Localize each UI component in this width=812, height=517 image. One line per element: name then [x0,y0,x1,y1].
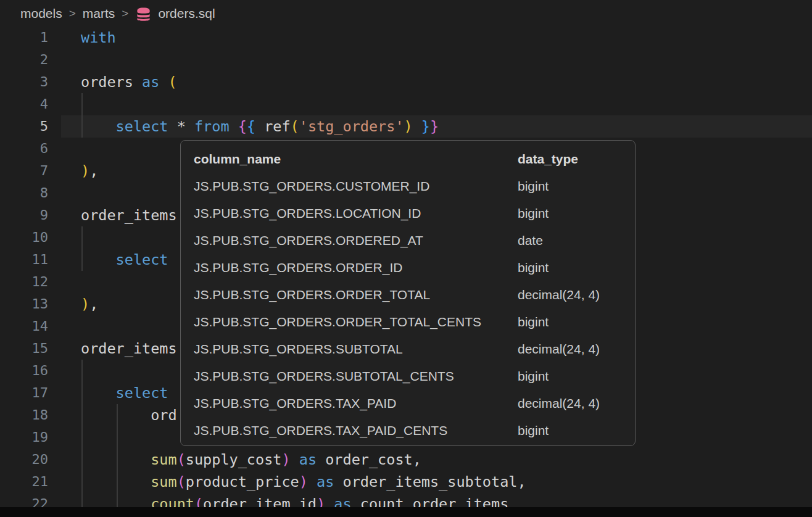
code-line-3[interactable]: 3orders as ( [0,71,812,93]
code-text: ), [81,160,98,182]
code-text: select * from {{ ref('stg_orders') }} [81,115,439,138]
line-number: 14 [0,315,48,337]
code-text: with [81,27,116,49]
popup-row: JS.PUB.STG_ORDERS.ORDER_IDbigint [181,254,635,281]
database-icon [135,6,152,22]
line-number: 10 [0,226,48,249]
code-text: ord [81,404,177,426]
popup-header-row: column_name data_type [181,146,635,173]
popup-cell-column-name: JS.PUB.STG_ORDERS.ORDER_TOTAL [194,287,518,302]
popup-cell-column-name: JS.PUB.STG_ORDERS.LOCATION_ID [194,206,518,221]
line-number: 2 [0,49,48,71]
popup-row: JS.PUB.STG_ORDERS.ORDER_TOTALdecimal(24,… [181,281,635,308]
popup-cell-data-type: decimal(24, 4) [518,287,600,302]
line-number: 16 [0,360,48,382]
code-text: ), [81,293,98,315]
popup-cell-data-type: bigint [518,369,549,384]
code-text: orders as ( [81,71,177,93]
line-number: 5 [0,115,48,138]
breadcrumb: models > marts > orders.sql [0,0,812,27]
code-line-4[interactable]: 4 [0,93,812,115]
popup-rows: JS.PUB.STG_ORDERS.CUSTOMER_IDbigintJS.PU… [181,173,635,444]
line-number: 7 [0,160,48,182]
code-text: select [81,382,168,404]
popup-row: JS.PUB.STG_ORDERS.CUSTOMER_IDbigint [181,173,635,200]
line-number: 18 [0,404,48,426]
popup-cell-data-type: bigint [518,206,549,221]
line-number: 3 [0,71,48,93]
code-line-2[interactable]: 2 [0,49,812,71]
popup-row: JS.PUB.STG_ORDERS.LOCATION_IDbigint [181,200,635,227]
popup-row: JS.PUB.STG_ORDERS.ORDERED_ATdate [181,227,635,254]
line-number: 8 [0,182,48,204]
popup-cell-data-type: bigint [518,260,549,275]
popup-cell-column-name: JS.PUB.STG_ORDERS.SUBTOTAL_CENTS [194,369,518,384]
line-number: 15 [0,337,48,360]
line-number: 9 [0,204,48,226]
popup-cell-column-name: JS.PUB.STG_ORDERS.TAX_PAID_CENTS [194,423,518,438]
line-number: 4 [0,93,48,115]
code-text: select [81,249,168,271]
line-number: 11 [0,249,48,271]
line-number: 20 [0,449,48,471]
chevron-right-icon: > [69,7,76,20]
popup-cell-column-name: JS.PUB.STG_ORDERS.ORDERED_AT [194,233,518,248]
panel-edge [0,507,812,517]
popup-cell-column-name: JS.PUB.STG_ORDERS.CUSTOMER_ID [194,179,518,194]
popup-row: JS.PUB.STG_ORDERS.TAX_PAID_CENTSbigint [181,417,635,444]
line-number: 19 [0,426,48,449]
popup-header-column-name: column_name [194,152,518,167]
popup-cell-column-name: JS.PUB.STG_ORDERS.ORDER_ID [194,260,518,275]
line-number: 13 [0,293,48,315]
popup-cell-data-type: decimal(24, 4) [518,342,600,357]
popup-cell-data-type: bigint [518,179,549,194]
line-number: 1 [0,27,48,49]
popup-cell-column-name: JS.PUB.STG_ORDERS.ORDER_TOTAL_CENTS [194,315,518,329]
line-number: 6 [0,138,48,160]
code-text: order_items [81,337,177,360]
popup-row: JS.PUB.STG_ORDERS.ORDER_TOTAL_CENTSbigin… [181,308,635,336]
breadcrumb-item-marts[interactable]: marts [83,6,115,21]
popup-header-data-type: data_type [518,152,578,167]
popup-row: JS.PUB.STG_ORDERS.SUBTOTAL_CENTSbigint [181,363,635,390]
popup-cell-column-name: JS.PUB.STG_ORDERS.TAX_PAID [194,396,518,411]
column-metadata-tooltip: column_name data_type JS.PUB.STG_ORDERS.… [180,140,636,446]
editor-window: models > marts > orders.sql 1with23order… [0,0,812,517]
breadcrumb-item-file[interactable]: orders.sql [158,6,215,21]
code-line-5[interactable]: 5 select * from {{ ref('stg_orders') }} [0,115,812,138]
code-text: sum(product_price) as order_items_subtot… [81,471,526,493]
code-text: sum(supply_cost) as order_cost, [81,449,421,471]
popup-row: JS.PUB.STG_ORDERS.TAX_PAIDdecimal(24, 4) [181,390,635,417]
code-line-20[interactable]: 20 sum(supply_cost) as order_cost, [0,449,812,471]
popup-cell-data-type: date [518,233,543,248]
code-text: order_items [81,204,177,226]
popup-cell-data-type: bigint [518,315,549,329]
popup-row: JS.PUB.STG_ORDERS.SUBTOTALdecimal(24, 4) [181,336,635,363]
chevron-right-icon: > [122,7,128,20]
line-number: 17 [0,382,48,404]
popup-cell-column-name: JS.PUB.STG_ORDERS.SUBTOTAL [194,342,518,357]
code-line-21[interactable]: 21 sum(product_price) as order_items_sub… [0,471,812,493]
line-number: 21 [0,471,48,493]
popup-cell-data-type: bigint [518,423,549,438]
popup-cell-data-type: decimal(24, 4) [518,396,600,411]
code-line-1[interactable]: 1with [0,27,812,49]
line-number: 12 [0,271,48,293]
breadcrumb-item-models[interactable]: models [20,6,62,21]
